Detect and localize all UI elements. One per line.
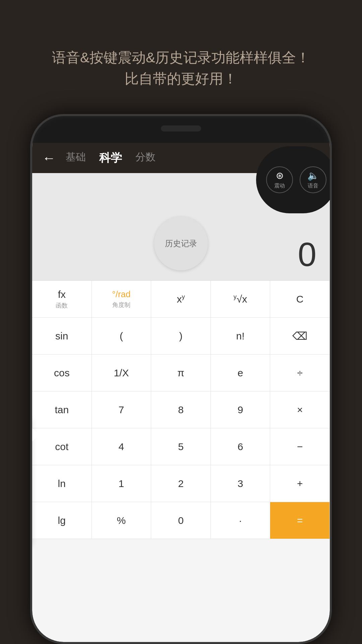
key-fx[interactable]: fx 函数	[32, 281, 92, 318]
key-5[interactable]: 5	[151, 428, 211, 465]
key-ln-main: ln	[58, 478, 66, 489]
sidebar-main-item[interactable]: fx-1 反函数	[30, 425, 32, 455]
tab-fraction[interactable]: 分数	[135, 150, 156, 166]
key-angle-main: °/rad	[112, 289, 130, 300]
vibrate-label: 震动	[274, 182, 285, 190]
sidebar-cot-inv[interactable]: cot-1	[30, 518, 32, 538]
key-subtract-main: −	[297, 441, 303, 452]
nav-tabs: 基础 科学 分数	[66, 150, 156, 166]
back-button[interactable]: ←	[42, 151, 56, 166]
key-angle[interactable]: °/rad 角度制	[92, 281, 152, 318]
sound-button[interactable]: 🔈 语音	[300, 166, 326, 193]
key-equals[interactable]: =	[270, 502, 330, 539]
key-divide[interactable]: ÷	[270, 355, 330, 391]
key-2[interactable]: 2	[151, 465, 211, 502]
header-line2: 比自带的更好用！	[0, 68, 362, 89]
key-sin-main: sin	[55, 330, 68, 342]
history-button[interactable]: 历史记录	[154, 217, 208, 270]
key-backspace[interactable]: ⌫	[270, 318, 330, 355]
calc-content: ← 基础 科学 分数 ⊛ 震动 🔈 语音	[32, 143, 330, 642]
key-tan[interactable]: tan	[32, 391, 92, 428]
key-8[interactable]: 8	[151, 391, 211, 428]
key-clear-main: C	[296, 293, 304, 305]
key-angle-sub: 角度制	[112, 301, 130, 309]
key-dot-main: ·	[239, 515, 242, 526]
key-rparen[interactable]: )	[151, 318, 211, 355]
key-6[interactable]: 6	[211, 428, 270, 465]
key-reciprocal[interactable]: 1/X	[92, 355, 152, 391]
display-value: 0	[298, 235, 316, 274]
key-fx-main: fx	[58, 289, 66, 300]
sidebar-popup: fx-1 反函数 sin-1 cos-1 tan-1 cot-1	[30, 418, 32, 545]
key-1[interactable]: 1	[92, 465, 152, 502]
key-root-main: y√x	[234, 293, 247, 305]
key-multiply-main: ×	[297, 404, 303, 416]
sidebar-tan-inv[interactable]: tan-1	[30, 497, 32, 518]
key-cos-main: cos	[54, 367, 70, 379]
keyboard: fx 函数 °/rad 角度制 xy y√x C sin (	[32, 280, 330, 539]
vibrate-button[interactable]: ⊛ 震动	[266, 166, 293, 193]
key-pow-main: xy	[177, 293, 185, 305]
key-4-main: 4	[119, 441, 124, 452]
key-pow[interactable]: xy	[151, 281, 211, 318]
key-lg[interactable]: lg	[32, 502, 92, 539]
key-factorial[interactable]: n!	[211, 318, 270, 355]
key-lg-main: lg	[58, 515, 66, 526]
key-add-main: +	[297, 478, 303, 489]
key-divide-main: ÷	[297, 367, 302, 379]
key-9-main: 9	[238, 404, 243, 416]
key-lparen[interactable]: (	[92, 318, 152, 355]
top-action-buttons: ⊛ 震动 🔈 语音	[256, 146, 332, 213]
tab-science[interactable]: 科学	[99, 150, 122, 166]
key-2-main: 2	[178, 478, 184, 489]
sidebar-sin-inv[interactable]: sin-1	[30, 455, 32, 476]
key-9[interactable]: 9	[211, 391, 270, 428]
key-3-main: 3	[238, 478, 243, 489]
key-reciprocal-main: 1/X	[114, 367, 129, 379]
key-add[interactable]: +	[270, 465, 330, 502]
key-lparen-main: (	[120, 330, 123, 342]
sidebar-cos-inv[interactable]: cos-1	[30, 476, 32, 497]
key-factorial-main: n!	[236, 330, 245, 342]
sound-icon: 🔈	[307, 170, 319, 181]
header-line1: 语音&按键震动&历史记录功能样样俱全！	[0, 47, 362, 68]
key-5-main: 5	[178, 441, 184, 452]
tab-basic[interactable]: 基础	[66, 150, 86, 166]
key-e-main: e	[238, 367, 243, 379]
key-pi[interactable]: π	[151, 355, 211, 391]
sound-label: 语音	[308, 182, 318, 190]
key-cos[interactable]: cos	[32, 355, 92, 391]
key-percent[interactable]: %	[92, 502, 152, 539]
key-cot[interactable]: cot	[32, 428, 92, 465]
key-8-main: 8	[178, 404, 184, 416]
key-percent-main: %	[117, 515, 126, 526]
key-cot-main: cot	[55, 441, 68, 452]
key-7-main: 7	[119, 404, 124, 416]
key-subtract[interactable]: −	[270, 428, 330, 465]
history-label: 历史记录	[165, 238, 197, 249]
key-0-main: 0	[178, 515, 184, 526]
key-6-main: 6	[238, 441, 243, 452]
backspace-icon: ⌫	[292, 330, 307, 342]
key-pi-main: π	[177, 367, 184, 379]
key-dot[interactable]: ·	[211, 502, 270, 539]
key-root[interactable]: y√x	[211, 281, 270, 318]
key-1-main: 1	[119, 478, 124, 489]
key-clear[interactable]: C	[270, 281, 330, 318]
key-4[interactable]: 4	[92, 428, 152, 465]
key-sin[interactable]: sin	[32, 318, 92, 355]
key-0[interactable]: 0	[151, 502, 211, 539]
phone-speaker	[161, 125, 201, 131]
phone-frame: ← 基础 科学 分数 ⊛ 震动 🔈 语音	[30, 114, 332, 644]
key-7[interactable]: 7	[92, 391, 152, 428]
top-buttons-row: ⊛ 震动 🔈 语音	[259, 160, 332, 200]
nav-bar: ← 基础 科学 分数 ⊛ 震动 🔈 语音	[32, 143, 330, 173]
key-3[interactable]: 3	[211, 465, 270, 502]
key-ln[interactable]: ln	[32, 465, 92, 502]
key-tan-main: tan	[55, 404, 69, 416]
key-equals-main: =	[297, 515, 303, 526]
key-rparen-main: )	[179, 330, 182, 342]
vibrate-icon: ⊛	[276, 170, 284, 181]
key-multiply[interactable]: ×	[270, 391, 330, 428]
key-e[interactable]: e	[211, 355, 270, 391]
